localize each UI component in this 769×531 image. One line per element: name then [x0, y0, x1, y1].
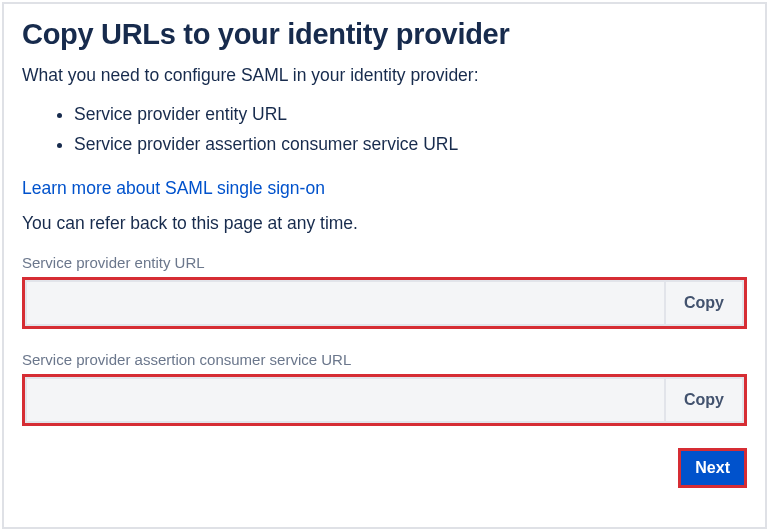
- requirements-list: Service provider entity URL Service prov…: [22, 100, 747, 160]
- entity-url-section: Service provider entity URL Copy: [22, 254, 747, 329]
- entity-url-highlight: Copy: [22, 277, 747, 329]
- next-button-highlight: Next: [678, 448, 747, 488]
- saml-copy-urls-panel: Copy URLs to your identity provider What…: [2, 2, 767, 529]
- page-title: Copy URLs to your identity provider: [22, 18, 747, 51]
- entity-url-field: Copy: [25, 280, 744, 326]
- acs-url-highlight: Copy: [22, 374, 747, 426]
- learn-more-link[interactable]: Learn more about SAML single sign-on: [22, 178, 325, 199]
- list-item: Service provider assertion consumer serv…: [74, 130, 747, 160]
- entity-url-label: Service provider entity URL: [22, 254, 747, 271]
- intro-text: What you need to configure SAML in your …: [22, 65, 747, 86]
- entity-url-input[interactable]: [27, 282, 664, 324]
- acs-url-section: Service provider assertion consumer serv…: [22, 351, 747, 426]
- copy-acs-url-button[interactable]: Copy: [664, 379, 742, 421]
- next-button[interactable]: Next: [681, 451, 744, 485]
- note-text: You can refer back to this page at any t…: [22, 213, 747, 234]
- list-item: Service provider entity URL: [74, 100, 747, 130]
- copy-entity-url-button[interactable]: Copy: [664, 282, 742, 324]
- acs-url-input[interactable]: [27, 379, 664, 421]
- acs-url-field: Copy: [25, 377, 744, 423]
- acs-url-label: Service provider assertion consumer serv…: [22, 351, 747, 368]
- action-bar: Next: [22, 448, 747, 488]
